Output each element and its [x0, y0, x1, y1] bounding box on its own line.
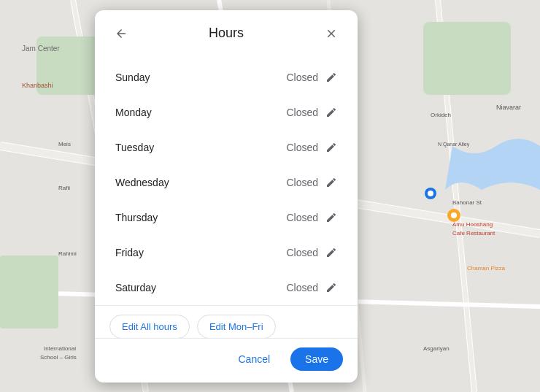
day-name: Thursday — [115, 212, 158, 223]
edit-day-icon[interactable] — [325, 142, 337, 153]
svg-text:Cafe Restaurant: Cafe Restaurant — [452, 230, 495, 237]
edit-all-hours-button[interactable]: Edit All hours — [109, 315, 190, 338]
day-status: Closed — [286, 72, 337, 83]
edit-day-icon[interactable] — [325, 177, 337, 188]
modal-header: Hours — [95, 10, 358, 54]
modal-title: Hours — [209, 26, 244, 41]
svg-text:Amu Hooshang: Amu Hooshang — [452, 221, 493, 228]
svg-text:Khanbashi: Khanbashi — [22, 82, 53, 89]
day-status: Closed — [286, 107, 337, 118]
svg-text:Rahimi: Rahimi — [58, 250, 77, 257]
svg-text:International: International — [44, 345, 76, 352]
day-status: Closed — [286, 282, 337, 293]
edit-mon-fri-button[interactable]: Edit Mon–Fri — [197, 315, 276, 338]
svg-point-30 — [428, 191, 433, 196]
close-icon — [325, 27, 338, 40]
day-status: Closed — [286, 142, 337, 153]
svg-text:Bahonar St: Bahonar St — [452, 199, 482, 206]
back-button[interactable] — [109, 22, 133, 45]
day-row: Friday Closed — [95, 235, 358, 270]
svg-text:Jam Center: Jam Center — [22, 45, 60, 53]
day-name: Tuesday — [115, 142, 154, 153]
svg-text:Rafii: Rafii — [58, 185, 70, 191]
svg-point-32 — [451, 212, 457, 218]
svg-text:Chaman Pizza: Chaman Pizza — [467, 265, 506, 272]
svg-text:Asgariyan: Asgariyan — [423, 345, 450, 352]
day-name: Friday — [115, 247, 144, 258]
day-row: Tuesday Closed — [95, 130, 358, 165]
svg-text:Niavarar: Niavarar — [496, 104, 521, 111]
day-row: Thursday Closed — [95, 200, 358, 235]
edit-day-icon[interactable] — [325, 107, 337, 118]
svg-rect-12 — [0, 255, 58, 328]
svg-text:N Qanar Alley: N Qanar Alley — [438, 142, 470, 147]
svg-rect-11 — [423, 22, 511, 95]
day-row: Monday Closed — [95, 95, 358, 130]
day-row: Wednesday Closed — [95, 165, 358, 200]
save-button[interactable]: Save — [290, 347, 343, 371]
back-icon — [115, 27, 128, 40]
svg-text:Orkideh: Orkideh — [431, 112, 451, 118]
edit-day-icon[interactable] — [325, 282, 337, 293]
day-status: Closed — [286, 212, 337, 223]
svg-text:Meis: Meis — [58, 141, 71, 147]
day-name: Saturday — [115, 282, 156, 293]
cancel-button[interactable]: Cancel — [226, 347, 282, 371]
close-button[interactable] — [320, 22, 343, 45]
day-status: Closed — [286, 177, 337, 188]
action-buttons-section: Edit All hours Edit Mon–Fri Edit Sat–Sun — [95, 305, 358, 338]
day-name: Monday — [115, 107, 152, 118]
modal-body: Sunday Closed Monday Closed — [95, 54, 358, 338]
edit-day-icon[interactable] — [325, 247, 337, 258]
svg-text:School – Girls: School – Girls — [40, 354, 77, 361]
edit-day-icon[interactable] — [325, 212, 337, 223]
day-row: Saturday Closed — [95, 270, 358, 305]
day-row: Sunday Closed — [95, 60, 358, 95]
hours-modal: Hours Sunday Closed Monday — [95, 10, 358, 383]
edit-day-icon[interactable] — [325, 72, 337, 83]
day-status: Closed — [286, 247, 337, 258]
day-name: Wednesday — [115, 177, 169, 188]
modal-footer: Cancel Save — [95, 338, 358, 383]
day-name: Sunday — [115, 72, 150, 83]
